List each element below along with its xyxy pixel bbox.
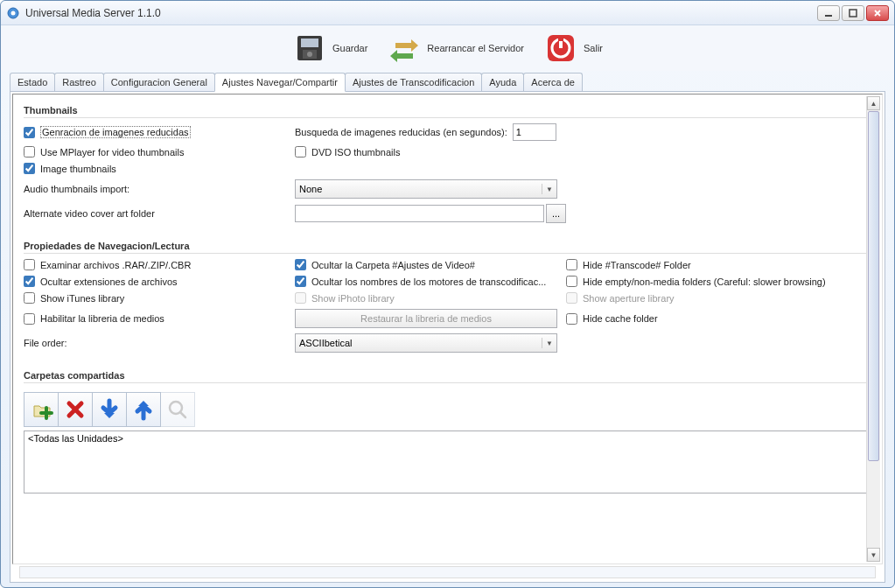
svg-rect-11 xyxy=(558,36,563,41)
label-hide-video: Ocultar la Carpeta #Ajustes de Video# xyxy=(311,260,475,270)
checkbox-hide-empty[interactable] xyxy=(566,276,577,287)
select-audio-import[interactable]: None xyxy=(295,179,557,199)
svg-point-1 xyxy=(11,10,16,15)
checkbox-medialib[interactable] xyxy=(24,313,35,325)
tab-estado[interactable]: Estado xyxy=(10,73,55,91)
svg-point-7 xyxy=(307,52,312,57)
list-item[interactable]: <Todas las Unidades> xyxy=(28,433,867,444)
tab-ajustes-navegar[interactable]: Ajustes Navegar/Compartir xyxy=(214,73,346,92)
section-nav-header: Propiedades de Navegacion/Lectura xyxy=(24,241,871,254)
label-hide-empty: Hide empty/non-media folders (Careful: s… xyxy=(583,276,826,287)
scroll-down-button[interactable]: ▼ xyxy=(867,548,880,562)
label-image-thumbs: Image thumbnails xyxy=(40,164,116,174)
close-button[interactable] xyxy=(866,5,889,21)
vertical-scrollbar[interactable]: ▲ ▼ xyxy=(866,96,880,562)
checkbox-mplayer[interactable] xyxy=(24,146,35,158)
checkbox-aperture xyxy=(566,292,577,304)
checkbox-gen-thumbnails[interactable] xyxy=(24,127,35,138)
exit-button[interactable]: Salir xyxy=(538,29,608,67)
svg-rect-5 xyxy=(301,38,318,47)
scan-button xyxy=(160,392,195,427)
checkbox-hide-engines[interactable] xyxy=(295,276,306,287)
svg-rect-3 xyxy=(850,10,857,17)
save-button[interactable]: Guardar xyxy=(287,29,373,67)
shared-folders-list[interactable]: <Todas las Unidades> xyxy=(24,430,871,494)
label-mplayer: Use MPlayer for video thumbnails xyxy=(40,147,184,158)
label-aperture: Show aperture library xyxy=(583,293,675,304)
label-audio-import: Audio thumbnails import: xyxy=(24,184,129,194)
exit-icon xyxy=(543,31,578,66)
checkbox-hide-video[interactable] xyxy=(295,259,306,270)
checkbox-hide-cache[interactable] xyxy=(566,313,577,325)
checkbox-dvd-iso[interactable] xyxy=(295,146,306,158)
scroll-up-button[interactable]: ▲ xyxy=(867,96,880,110)
label-medialib: Habilitar la libreria de medios xyxy=(40,313,164,324)
main-window: Universal Media Server 1.1.0 Guardar Rea… xyxy=(0,0,895,588)
svg-line-17 xyxy=(180,412,185,417)
tab-config-general[interactable]: Configuracion General xyxy=(103,73,215,91)
label-rar-zip: Examinar archivos .RAR/.ZIP/.CBR xyxy=(40,260,191,270)
checkbox-rar-zip[interactable] xyxy=(24,259,35,270)
checkbox-hide-transcode[interactable] xyxy=(566,259,577,270)
browse-button[interactable]: ... xyxy=(546,204,566,223)
tab-ajustes-transcod[interactable]: Ajustes de Transcodificacion xyxy=(345,73,482,91)
label-hide-ext: Ocultar extensiones de archivos xyxy=(40,276,178,287)
input-search-seconds[interactable] xyxy=(513,123,556,141)
toolbar: Guardar Rearrancar el Servidor Salir xyxy=(1,25,894,71)
input-alt-cover[interactable] xyxy=(295,205,544,222)
checkbox-itunes[interactable] xyxy=(24,292,35,304)
main-panel: Thumbnails Genracion de imagenes reducid… xyxy=(10,91,885,583)
label-file-order: File order: xyxy=(24,338,67,348)
add-folder-button[interactable] xyxy=(24,392,59,427)
panel-content: Thumbnails Genracion de imagenes reducid… xyxy=(12,94,883,564)
label-hide-engines: Ocultar los nombres de los motores de tr… xyxy=(311,276,546,287)
label-hide-transcode: Hide #Transcode# Folder xyxy=(583,260,691,270)
checkbox-iphoto xyxy=(295,292,306,304)
tab-ayuda[interactable]: Ayuda xyxy=(481,73,524,91)
section-shared-header: Carpetas compartidas xyxy=(24,370,871,383)
tab-rastreo[interactable]: Rastreo xyxy=(54,73,104,91)
restore-medialib-button: Restaurar la libreria de medios xyxy=(295,309,557,328)
label-search-seconds: Busqueda de imagenes reducidas (en segun… xyxy=(295,127,507,137)
tabstrip: Estado Rastreo Configuracion General Aju… xyxy=(1,73,894,91)
window-title: Universal Media Server 1.1.0 xyxy=(25,7,817,19)
shared-folder-toolbar xyxy=(24,392,871,427)
app-icon xyxy=(6,6,20,20)
maximize-button[interactable] xyxy=(842,5,864,21)
checkbox-hide-ext[interactable] xyxy=(24,276,35,287)
titlebar[interactable]: Universal Media Server 1.1.0 xyxy=(1,1,894,25)
statusbar xyxy=(19,566,876,578)
svg-rect-2 xyxy=(825,15,832,17)
restart-button[interactable]: Rearrancar el Servidor xyxy=(381,29,529,67)
label-itunes: Show iTunes library xyxy=(40,293,124,304)
label-dvd-iso: DVD ISO thumbnails xyxy=(311,147,400,158)
restart-icon xyxy=(387,31,422,66)
checkbox-image-thumbs[interactable] xyxy=(24,163,35,174)
section-thumbnails-header: Thumbnails xyxy=(24,105,871,118)
label-hide-cache: Hide cache folder xyxy=(583,313,658,324)
label-iphoto: Show iPhoto library xyxy=(311,293,395,304)
remove-folder-button[interactable] xyxy=(58,392,93,427)
minimize-button[interactable] xyxy=(817,5,840,21)
move-down-button[interactable] xyxy=(92,392,127,427)
scroll-thumb[interactable] xyxy=(868,111,879,461)
tab-acerca[interactable]: Acerca de xyxy=(523,73,583,91)
label-gen-thumbnails: Genracion de imagenes reducidas xyxy=(40,126,191,138)
label-alt-cover: Alternate video cover art folder xyxy=(24,208,155,219)
move-up-button[interactable] xyxy=(126,392,161,427)
save-icon xyxy=(292,31,327,66)
select-file-order[interactable]: ASCIIbetical xyxy=(295,333,557,353)
